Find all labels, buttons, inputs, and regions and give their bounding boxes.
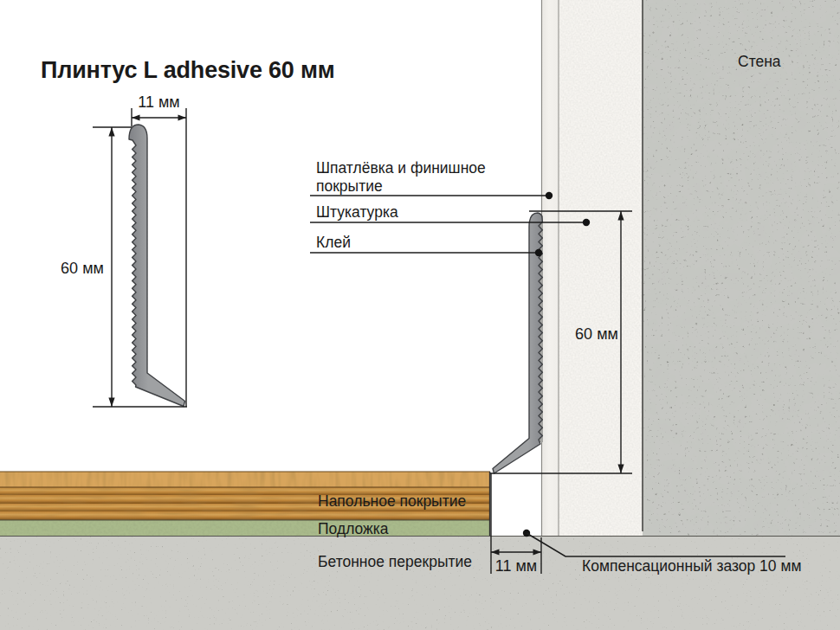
underlay-layer <box>0 520 490 536</box>
callout-plaster-label: Штукатурка <box>316 203 398 221</box>
floor-covering-top-face <box>0 472 490 487</box>
wall-assembly <box>541 0 840 537</box>
page-title: Плинтус L adhesive 60 мм <box>41 57 334 83</box>
finish-coat-layer <box>541 0 559 537</box>
wall-label: Стена <box>738 53 781 70</box>
concrete-slab <box>0 536 840 630</box>
floor-slab <box>0 536 840 630</box>
skirting-installation-diagram: 11 мм 60 мм 60 мм 11 мм Шпатлё <box>0 0 840 630</box>
concrete-wall <box>643 0 840 537</box>
profile-width-label: 11 мм <box>138 93 179 111</box>
callout-putty-line1: Шпатлёвка и финишное <box>316 159 486 177</box>
callout-putty-line2: покрытие <box>316 177 383 195</box>
underlay-label: Подложка <box>318 520 389 537</box>
leader-dot-putty <box>546 192 552 199</box>
callout-glue-label: Клей <box>316 234 351 251</box>
profile-height-label: 60 мм <box>61 260 104 277</box>
leader-dot-glue <box>535 249 542 256</box>
section-height-label: 60 мм <box>575 325 618 343</box>
slab-label: Бетонное перекрытие <box>318 553 472 570</box>
plaster-layer <box>559 0 643 537</box>
floor-covering-label: Напольное покрытие <box>318 492 466 510</box>
callout-gap-label: Компенсационный зазор 10 мм <box>582 557 802 575</box>
leader-dot-plaster <box>583 219 590 226</box>
section-depth-label: 11 мм <box>495 557 537 575</box>
